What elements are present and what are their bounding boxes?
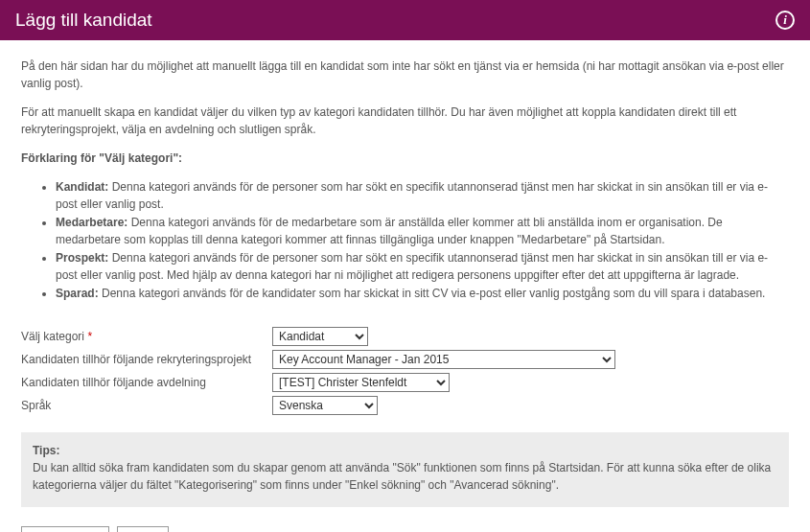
button-row: Till startsidan Nästa (21, 526, 789, 532)
explain-title: Förklaring för "Välj kategori": (21, 150, 789, 167)
term: Sparad: (56, 287, 99, 300)
next-button[interactable]: Nästa (117, 526, 168, 532)
intro-paragraph-2: För att manuellt skapa en kandidat välje… (21, 104, 789, 138)
label-text: Välj kategori (21, 330, 84, 343)
term: Medarbetare: (56, 216, 127, 229)
form-area: Välj kategori * Kandidat Kandidaten till… (21, 327, 789, 415)
project-select[interactable]: Key Account Manager - Jan 2015 (272, 350, 615, 369)
term: Kandidat: (56, 180, 108, 194)
dept-label: Kandidaten tillhör följande avdelning (21, 376, 272, 389)
list-item: Prospekt: Denna kategori används för de … (56, 249, 789, 284)
page-title: Lägg till kandidat (15, 10, 152, 31)
intro-paragraph-1: På den här sidan har du möjlighet att ma… (21, 58, 789, 92)
row-project: Kandidaten tillhör följande rekryterings… (21, 350, 789, 369)
term-text: Denna kategori används för de personer s… (56, 180, 768, 211)
term-text: Denna kategori används för de personer s… (56, 251, 768, 282)
intro-text: På den här sidan har du möjlighet att ma… (21, 58, 789, 167)
tips-body: Du kan alltid söka fram kandidaten som d… (33, 461, 771, 492)
list-item: Medarbetare: Denna kategori används för … (56, 214, 789, 248)
term-text: Denna kategori används för de kandidater… (99, 287, 766, 300)
category-explanation-list: Kandidat: Denna kategori används för de … (21, 178, 789, 302)
row-dept: Kandidaten tillhör följande avdelning [T… (21, 373, 789, 392)
category-label: Välj kategori * (21, 330, 272, 343)
project-label: Kandidaten tillhör följande rekryterings… (21, 353, 272, 366)
lang-label: Språk (21, 399, 272, 412)
term: Prospekt: (56, 251, 108, 265)
list-item: Sparad: Denna kategori används för de ka… (56, 285, 789, 302)
home-button[interactable]: Till startsidan (21, 526, 109, 532)
tips-box: Tips: Du kan alltid söka fram kandidaten… (21, 432, 789, 507)
dept-select[interactable]: [TEST] Christer Stenfeldt (272, 373, 450, 392)
row-category: Välj kategori * Kandidat (21, 327, 789, 346)
row-lang: Språk Svenska (21, 396, 789, 415)
term-text: Denna kategori används för de medarbetar… (56, 216, 723, 246)
page-content: På den här sidan har du möjlighet att ma… (0, 40, 810, 532)
tips-title: Tips: (33, 442, 777, 459)
required-mark: * (87, 330, 92, 343)
info-icon[interactable]: i (775, 11, 795, 30)
lang-select[interactable]: Svenska (272, 396, 378, 415)
page-header: Lägg till kandidat i (0, 0, 810, 40)
list-item: Kandidat: Denna kategori används för de … (56, 178, 789, 213)
category-select[interactable]: Kandidat (272, 327, 368, 346)
